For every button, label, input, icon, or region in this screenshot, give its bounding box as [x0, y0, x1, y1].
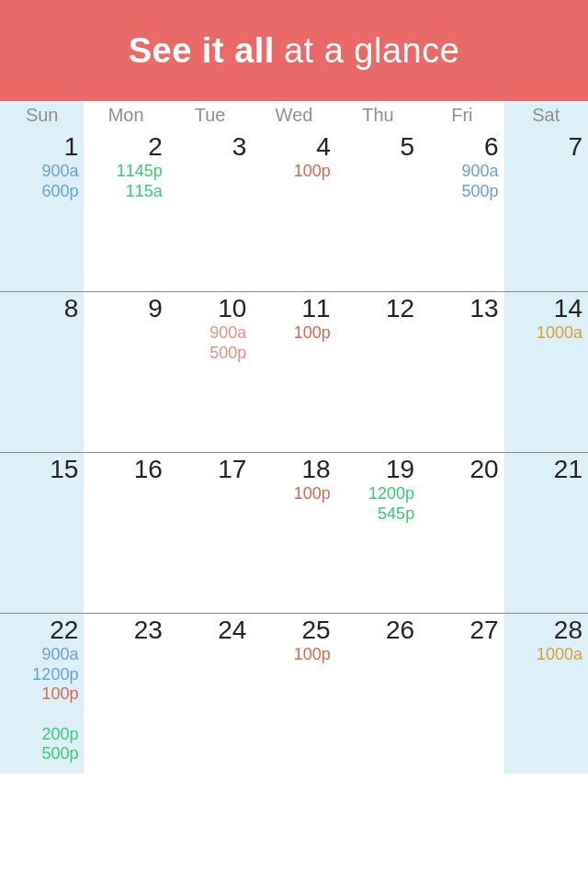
day-number: 19 — [336, 457, 414, 482]
calendar-day-cell[interactable]: 21 — [504, 452, 588, 613]
calendar-day-cell[interactable]: 11100p — [252, 291, 335, 452]
day-number: 6 — [420, 134, 498, 160]
day-events: 100p — [252, 645, 330, 664]
event-time[interactable]: 1000a — [504, 645, 582, 664]
event-time[interactable]: 1200p — [336, 484, 414, 503]
event-time[interactable]: 1145p — [84, 162, 162, 181]
day-number: 12 — [336, 296, 414, 322]
event-time[interactable]: 900a — [420, 162, 498, 181]
event-time[interactable] — [0, 705, 78, 724]
calendar-day-cell[interactable]: 26 — [336, 613, 420, 774]
day-number: 26 — [336, 617, 414, 643]
promo-header: See it all at a glance — [0, 0, 588, 101]
event-time[interactable]: 500p — [168, 344, 246, 363]
day-number: 8 — [0, 296, 78, 322]
day-number: 18 — [252, 457, 330, 482]
event-time[interactable]: 100p — [252, 484, 330, 503]
day-events: 900a600p — [0, 162, 78, 200]
day-number: 20 — [420, 457, 498, 482]
day-number: 9 — [84, 296, 162, 322]
weekday-header-row: Sun Mon Tue Wed Thu Fri Sat — [0, 101, 588, 130]
weekday-label-fri: Fri — [420, 101, 503, 130]
weekday-label-tue: Tue — [168, 101, 252, 130]
event-time[interactable]: 600p — [0, 182, 78, 201]
calendar-day-cell[interactable]: 1900a600p — [0, 130, 84, 291]
day-number: 17 — [168, 457, 246, 482]
day-number: 1 — [0, 134, 78, 160]
event-time[interactable]: 900a — [168, 323, 246, 343]
day-number: 3 — [168, 134, 246, 160]
day-number: 22 — [0, 617, 78, 643]
calendar-day-cell[interactable]: 5 — [336, 130, 420, 291]
day-number: 21 — [504, 457, 582, 482]
calendar-day-cell[interactable]: 141000a — [504, 291, 588, 452]
weekday-label-sun: Sun — [0, 101, 84, 130]
day-events: 1000a — [504, 645, 582, 664]
calendar-day-cell[interactable]: 24 — [168, 613, 252, 774]
day-number: 10 — [168, 296, 246, 322]
day-events: 1145p115a — [84, 162, 162, 200]
event-time[interactable]: 500p — [420, 182, 498, 201]
day-number: 13 — [420, 296, 498, 322]
event-time[interactable]: 900a — [0, 645, 78, 664]
event-time[interactable]: 500p — [0, 744, 78, 763]
calendar-day-cell[interactable]: 12 — [336, 291, 420, 452]
day-number: 4 — [252, 134, 330, 160]
event-time[interactable]: 115a — [84, 182, 162, 201]
calendar-day-cell[interactable]: 21145p115a — [84, 130, 167, 291]
event-time[interactable]: 100p — [0, 684, 78, 704]
day-events: 1000a — [504, 323, 582, 343]
event-time[interactable]: 100p — [252, 323, 330, 343]
day-number: 28 — [504, 617, 582, 643]
weekday-label-wed: Wed — [252, 101, 335, 130]
weekday-label-thu: Thu — [336, 101, 420, 130]
day-events: 900a500p — [168, 323, 246, 362]
calendar-day-cell[interactable]: 6900a500p — [420, 130, 503, 291]
calendar-day-cell[interactable]: 16 — [84, 452, 167, 613]
event-time[interactable]: 100p — [252, 162, 330, 181]
calendar-day-cell[interactable]: 23 — [84, 613, 167, 774]
weekday-label-mon: Mon — [84, 101, 167, 130]
calendar-day-cell[interactable]: 27 — [420, 613, 503, 774]
calendar-day-cell[interactable]: 10900a500p — [168, 291, 252, 452]
calendar-day-cell[interactable]: 15 — [0, 452, 84, 613]
calendar-day-cell[interactable]: 13 — [420, 291, 503, 452]
calendar-day-cell[interactable]: 191200p545p — [336, 452, 420, 613]
day-number: 5 — [336, 134, 414, 160]
day-number: 23 — [84, 617, 162, 643]
day-number: 14 — [504, 296, 582, 322]
calendar-day-cell[interactable]: 17 — [168, 452, 252, 613]
day-number: 15 — [0, 457, 78, 482]
event-time[interactable]: 200p — [0, 725, 78, 744]
day-events: 100p — [252, 484, 330, 503]
event-time[interactable]: 545p — [336, 504, 414, 524]
header-title-bold: See it all — [129, 31, 275, 71]
calendar-day-cell[interactable]: 9 — [84, 291, 167, 452]
calendar-day-cell[interactable]: 25100p — [252, 613, 335, 774]
calendar-day-cell[interactable]: 18100p — [252, 452, 335, 613]
calendar-day-cell[interactable]: 22900a1200p100p 200p500p — [0, 613, 84, 774]
calendar-day-cell[interactable]: 8 — [0, 291, 84, 452]
day-number: 25 — [252, 617, 330, 643]
event-time[interactable]: 1000a — [504, 323, 582, 343]
day-number: 24 — [168, 617, 246, 643]
day-events: 100p — [252, 323, 330, 343]
day-events: 100p — [252, 162, 330, 181]
calendar-month-grid: 1900a600p21145p115a34100p56900a500p78910… — [0, 130, 588, 774]
day-number: 11 — [252, 296, 330, 322]
event-time[interactable]: 1200p — [0, 665, 78, 684]
calendar-day-cell[interactable]: 20 — [420, 452, 503, 613]
event-time[interactable]: 900a — [0, 162, 78, 181]
day-events: 900a1200p100p 200p500p — [0, 645, 78, 763]
day-number: 2 — [84, 134, 162, 160]
calendar-day-cell[interactable]: 4100p — [252, 130, 335, 291]
day-number: 16 — [84, 457, 162, 482]
day-events: 1200p545p — [336, 484, 414, 523]
event-time[interactable]: 100p — [252, 645, 330, 664]
weekday-label-sat: Sat — [504, 101, 588, 130]
calendar-day-cell[interactable]: 281000a — [504, 613, 588, 774]
calendar-day-cell[interactable]: 3 — [168, 130, 252, 291]
header-title-light: at a glance — [284, 31, 459, 71]
day-events: 900a500p — [420, 162, 498, 200]
calendar-day-cell[interactable]: 7 — [504, 130, 588, 291]
